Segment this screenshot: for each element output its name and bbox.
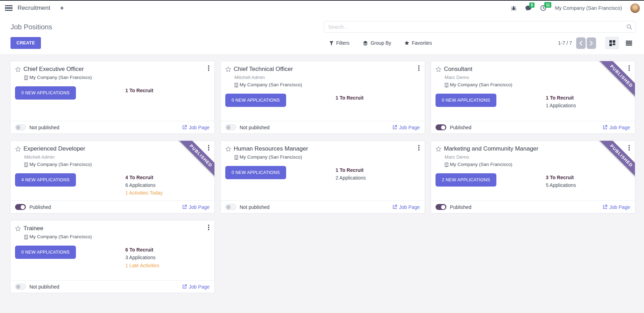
filters-button[interactable]: Filters bbox=[329, 40, 349, 46]
publish-status-label: Published bbox=[450, 204, 472, 210]
to-recruit-count[interactable]: 1 To Recruit bbox=[125, 87, 208, 94]
external-link-icon bbox=[182, 205, 187, 209]
publish-toggle[interactable] bbox=[436, 124, 446, 130]
apps-menu-icon[interactable] bbox=[5, 5, 13, 11]
favorite-star-icon[interactable] bbox=[225, 66, 231, 72]
list-view-icon bbox=[626, 41, 632, 46]
control-panel: Job Positions CREATE Filters Group By bbox=[0, 15, 644, 54]
recruiter-name: Mitchell Admin bbox=[234, 74, 419, 81]
job-card-trainee[interactable]: Trainee My Company (San Francisco) 0 NEW… bbox=[10, 220, 215, 293]
recruiter-name: Marc Demo bbox=[445, 74, 629, 81]
job-card-consultant[interactable]: PUBLISHED Consultant Marc Demo My Compan… bbox=[431, 61, 635, 134]
chevron-right-icon bbox=[590, 41, 593, 45]
publish-toggle[interactable] bbox=[15, 204, 26, 210]
app-title[interactable]: Recruitment bbox=[17, 5, 50, 12]
new-applications-button[interactable]: 0 NEW APPLICATIONS bbox=[15, 246, 76, 259]
applications-count[interactable]: 3 Applications bbox=[125, 254, 208, 261]
kebab-menu-icon[interactable] bbox=[418, 145, 420, 151]
to-recruit-count[interactable]: 1 To Recruit bbox=[546, 94, 629, 101]
publish-toggle[interactable] bbox=[15, 284, 26, 290]
new-tab-plus-icon[interactable]: + bbox=[60, 5, 64, 11]
building-icon bbox=[445, 83, 448, 87]
applications-count[interactable]: 6 Applications bbox=[125, 182, 208, 189]
favorite-star-icon[interactable] bbox=[436, 66, 441, 72]
job-page-link[interactable]: Job Page bbox=[603, 204, 630, 210]
messages-badge: 5 bbox=[529, 2, 535, 8]
job-page-link[interactable]: Job Page bbox=[182, 125, 210, 130]
applications-count[interactable]: 2 Applications bbox=[335, 174, 419, 181]
job-card-experienced-developer[interactable]: PUBLISHED Experienced Developer Mitchell… bbox=[10, 140, 215, 213]
building-icon bbox=[24, 75, 28, 80]
to-recruit-count[interactable]: 1 To Recruit bbox=[335, 94, 419, 101]
search-icon[interactable] bbox=[627, 24, 632, 31]
favorite-star-icon[interactable] bbox=[436, 146, 441, 152]
pager-next-button[interactable] bbox=[587, 37, 596, 49]
user-avatar[interactable] bbox=[630, 3, 640, 13]
kebab-menu-icon[interactable] bbox=[629, 65, 630, 71]
to-recruit-count[interactable]: 1 To Recruit bbox=[335, 167, 419, 174]
external-link-icon bbox=[182, 284, 187, 289]
activities-clock-icon[interactable]: 11 bbox=[540, 5, 546, 11]
debug-bug-icon[interactable] bbox=[511, 5, 517, 11]
job-page-link[interactable]: Job Page bbox=[182, 204, 210, 210]
group-by-button[interactable]: Group By bbox=[363, 40, 391, 46]
job-page-link[interactable]: Job Page bbox=[603, 125, 630, 130]
new-applications-button[interactable]: 0 NEW APPLICATIONS bbox=[225, 166, 286, 179]
applications-count[interactable]: 1 Applications bbox=[546, 102, 629, 109]
job-card-marketing-and-community-manager[interactable]: PUBLISHED Marketing and Community Manage… bbox=[431, 140, 635, 213]
favorite-star-icon[interactable] bbox=[15, 66, 21, 72]
pager-previous-button[interactable] bbox=[576, 37, 586, 49]
favorite-star-icon[interactable] bbox=[15, 146, 21, 152]
building-icon bbox=[234, 83, 238, 87]
pager-range: 1-7 / 7 bbox=[558, 40, 572, 46]
kanban-view-button[interactable] bbox=[605, 37, 619, 49]
job-title[interactable]: Human Resources Manager bbox=[234, 145, 308, 152]
publish-toggle[interactable] bbox=[436, 204, 446, 210]
favorite-star-icon[interactable] bbox=[15, 226, 21, 232]
applications-count[interactable]: 5 Applications bbox=[546, 182, 629, 189]
external-link-icon bbox=[392, 205, 397, 209]
search-input[interactable] bbox=[324, 21, 636, 33]
publish-toggle[interactable] bbox=[225, 204, 236, 210]
search-box bbox=[324, 21, 636, 33]
job-card-chief-technical-officer[interactable]: Chief Technical Officer Mitchell Admin M… bbox=[220, 61, 425, 134]
job-title[interactable]: Marketing and Community Manager bbox=[444, 145, 538, 152]
chevron-left-icon bbox=[579, 41, 582, 45]
job-page-link[interactable]: Job Page bbox=[182, 284, 210, 290]
kebab-menu-icon[interactable] bbox=[418, 65, 420, 71]
new-applications-button[interactable]: 0 NEW APPLICATIONS bbox=[225, 94, 286, 107]
job-title[interactable]: Consultant bbox=[444, 66, 472, 73]
kebab-menu-icon[interactable] bbox=[208, 145, 210, 151]
list-view-button[interactable] bbox=[622, 37, 636, 49]
to-recruit-count[interactable]: 3 To Recruit bbox=[546, 174, 629, 181]
kebab-menu-icon[interactable] bbox=[208, 225, 210, 230]
messages-icon[interactable]: 5 bbox=[525, 5, 532, 11]
job-title[interactable]: Chief Executive Officer bbox=[23, 66, 84, 73]
publish-toggle[interactable] bbox=[15, 124, 26, 130]
company-switcher[interactable]: My Company (San Francisco) bbox=[555, 5, 622, 11]
favorites-button[interactable]: Favorites bbox=[404, 40, 432, 46]
kebab-menu-icon[interactable] bbox=[629, 145, 630, 151]
kebab-menu-icon[interactable] bbox=[208, 65, 210, 71]
new-applications-button[interactable]: 0 NEW APPLICATIONS bbox=[436, 94, 496, 107]
to-recruit-count[interactable]: 6 To Recruit bbox=[125, 246, 208, 253]
new-applications-button[interactable]: 0 NEW APPLICATIONS bbox=[15, 86, 76, 100]
job-card-chief-executive-officer[interactable]: Chief Executive Officer My Company (San … bbox=[10, 61, 215, 134]
job-page-link[interactable]: Job Page bbox=[392, 125, 420, 130]
publish-toggle[interactable] bbox=[225, 124, 236, 130]
job-title[interactable]: Chief Technical Officer bbox=[234, 66, 293, 73]
job-title[interactable]: Trainee bbox=[23, 225, 43, 232]
new-applications-button[interactable]: 2 NEW APPLICATIONS bbox=[436, 173, 496, 187]
new-applications-button[interactable]: 4 NEW APPLICATIONS bbox=[15, 173, 76, 187]
activities-badge: 11 bbox=[544, 2, 551, 8]
to-recruit-count[interactable]: 4 To Recruit bbox=[125, 174, 208, 181]
job-page-link[interactable]: Job Page bbox=[392, 204, 420, 210]
job-card-human-resources-manager[interactable]: Human Resources Manager My Company (San … bbox=[220, 140, 425, 213]
publish-status-label: Published bbox=[29, 204, 51, 210]
activities-count[interactable]: 1 Activities Today bbox=[125, 189, 208, 196]
company-line: My Company (San Francisco) bbox=[445, 81, 629, 89]
job-title[interactable]: Experienced Developer bbox=[23, 145, 85, 152]
create-button[interactable]: CREATE bbox=[10, 37, 41, 49]
favorite-star-icon[interactable] bbox=[225, 146, 231, 152]
activities-count[interactable]: 1 Late Activities bbox=[125, 262, 208, 269]
